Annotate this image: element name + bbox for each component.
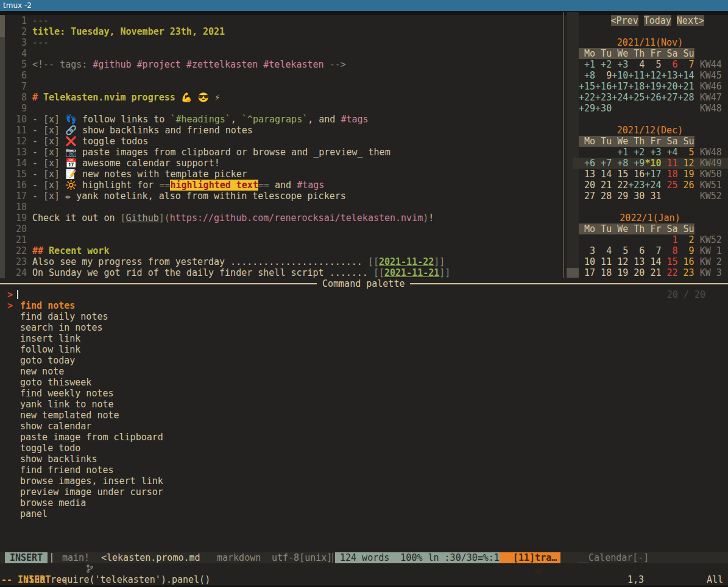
- buffer-line[interactable]: 2title: Tuesday, November 23th, 2021: [5, 26, 560, 37]
- palette-item[interactable]: preview image under cursor: [0, 487, 728, 497]
- calendar-day-cell[interactable]: 15: [612, 169, 628, 180]
- palette-item[interactable]: panel: [0, 508, 728, 519]
- buffer-line[interactable]: 13- [x] 📷 paste images from clipboard or…: [5, 147, 560, 158]
- calendar-day-cell[interactable]: 21: [645, 267, 661, 278]
- calendar-day-cell[interactable]: +1: [579, 59, 595, 70]
- calendar-day-cell[interactable]: 8: [661, 245, 677, 256]
- calendar-day-cell[interactable]: 30: [628, 191, 645, 202]
- palette-item[interactable]: goto today: [0, 355, 728, 366]
- calendar-day-cell[interactable]: 11: [661, 158, 677, 169]
- calendar-day-cell[interactable]: 5: [678, 147, 694, 158]
- buffer-line[interactable]: 7: [5, 81, 560, 92]
- calendar-day-cell[interactable]: 26: [678, 180, 694, 191]
- calendar-day-cell[interactable]: +4: [661, 147, 677, 158]
- calendar-day-cell[interactable]: 7: [678, 59, 694, 70]
- calendar-day-cell[interactable]: +14: [678, 70, 694, 81]
- calendar-day-cell[interactable]: +17: [612, 81, 628, 92]
- palette-item[interactable]: new note: [0, 366, 728, 377]
- calendar-day-cell[interactable]: +1: [612, 147, 628, 158]
- window-titlebar[interactable]: tmux -2: [0, 0, 728, 11]
- calendar-day-cell[interactable]: 16: [678, 256, 694, 267]
- calendar-day-cell[interactable]: 5: [612, 245, 628, 256]
- calendar-day-cell[interactable]: +30: [595, 103, 612, 114]
- calendar-day-cell[interactable]: 22: [661, 267, 677, 278]
- editor-scrollbar[interactable]: [0, 15, 5, 278]
- calendar-prev-button[interactable]: <Prev: [611, 15, 638, 26]
- calendar-day-cell[interactable]: *10: [645, 158, 661, 169]
- calendar-day-cell[interactable]: 9: [678, 245, 694, 256]
- command-line[interactable]: :lua require('telekasten').panel(): [0, 563, 728, 574]
- calendar-day-cell[interactable]: 18: [661, 169, 677, 180]
- palette-item[interactable]: show backlinks: [0, 454, 728, 465]
- buffer-line[interactable]: 18: [5, 202, 560, 213]
- calendar-day-cell[interactable]: 15: [661, 256, 677, 267]
- calendar-day-cell[interactable]: +29: [579, 103, 595, 114]
- calendar-day-cell[interactable]: +11: [628, 70, 645, 81]
- calendar-day-cell[interactable]: 23: [678, 267, 694, 278]
- calendar-day-cell[interactable]: 25: [661, 180, 677, 191]
- palette-item[interactable]: browse media: [0, 497, 728, 508]
- palette-item[interactable]: new templated note: [0, 410, 728, 421]
- calendar-day-cell[interactable]: +24: [612, 92, 628, 103]
- calendar-day-cell[interactable]: 21: [595, 180, 612, 191]
- calendar-day-cell[interactable]: 12: [612, 256, 628, 267]
- palette-item[interactable]: browse images, insert link: [0, 476, 728, 487]
- calendar-day-cell[interactable]: +8: [612, 158, 628, 169]
- calendar-day-cell[interactable]: +17: [645, 169, 661, 180]
- calendar-day-cell[interactable]: +16: [595, 81, 612, 92]
- calendar-today-button[interactable]: Today: [644, 15, 671, 26]
- calendar-day-cell[interactable]: 27: [579, 191, 595, 202]
- calendar-day-cell[interactable]: +26: [645, 92, 661, 103]
- buffer-line[interactable]: 16- [x] 🔆 highlight for ==highlighted te…: [5, 180, 560, 191]
- calendar-day-cell[interactable]: 13: [579, 169, 595, 180]
- window-separator[interactable]: [563, 12, 564, 278]
- palette-item[interactable]: search in notes: [0, 322, 728, 333]
- palette-item[interactable]: find weekly notes: [0, 388, 728, 399]
- calendar-day-cell[interactable]: +27: [661, 92, 677, 103]
- buffer-line[interactable]: 22## Recent work: [5, 245, 560, 256]
- calendar-day-cell[interactable]: 3: [579, 245, 595, 256]
- buffer-line[interactable]: 14- [x] 📅 awesome calendar support!: [5, 158, 560, 169]
- calendar-day-cell[interactable]: 20: [579, 180, 595, 191]
- calendar-day-cell[interactable]: 19: [612, 267, 628, 278]
- buffer-line[interactable]: 4: [5, 48, 560, 59]
- editor-scrollbar-thumb[interactable]: [0, 15, 5, 37]
- calendar-day-cell[interactable]: 14: [645, 256, 661, 267]
- calendar-day-cell[interactable]: 7: [645, 245, 661, 256]
- buffer-line[interactable]: 11- [x] 🔗 show backlinks and friend note…: [5, 125, 560, 136]
- calendar-day-cell[interactable]: +24: [645, 180, 661, 191]
- calendar-day-cell[interactable]: 28: [595, 191, 612, 202]
- calendar-day-cell[interactable]: 14: [595, 169, 612, 180]
- calendar-day-cell[interactable]: +18: [628, 81, 645, 92]
- calendar-day-cell[interactable]: +7: [595, 158, 612, 169]
- calendar-day-cell[interactable]: 6: [628, 245, 645, 256]
- calendar-day-cell[interactable]: 9: [595, 70, 612, 81]
- buffer-line[interactable]: 23Also see my progress from yesterday ..…: [5, 256, 560, 267]
- buffer-line[interactable]: 21: [5, 234, 560, 245]
- calendar-day-cell[interactable]: +19: [645, 81, 661, 92]
- palette-item[interactable]: follow link: [0, 344, 728, 355]
- calendar-day-cell[interactable]: +23: [628, 180, 645, 191]
- calendar-day-cell[interactable]: 12: [678, 158, 694, 169]
- palette-item[interactable]: paste image from clipboard: [0, 432, 728, 443]
- calendar-day-cell[interactable]: 10: [579, 256, 595, 267]
- palette-item[interactable]: show calendar: [0, 421, 728, 432]
- calendar-day-cell[interactable]: 31: [645, 191, 661, 202]
- buffer-line[interactable]: 17- [x] ✏ yank notelink, also from withi…: [5, 191, 560, 202]
- calendar-day-cell[interactable]: +12: [645, 70, 661, 81]
- calendar-day-cell[interactable]: +3: [612, 59, 628, 70]
- buffer-line[interactable]: 19Check it out on [Github](https://githu…: [5, 213, 560, 223]
- calendar-next-button[interactable]: Next>: [677, 15, 704, 26]
- buffer-line[interactable]: 3---: [5, 37, 560, 48]
- calendar-day-cell[interactable]: +3: [645, 147, 661, 158]
- calendar-day-cell[interactable]: +6: [579, 158, 595, 169]
- calendar-day-cell[interactable]: 20: [628, 267, 645, 278]
- calendar-day-cell[interactable]: 6: [661, 59, 677, 70]
- calendar-day-cell[interactable]: +8: [579, 70, 595, 81]
- buffer-line[interactable]: 8# Telekasten.nvim progress 💪 😎 ⚡: [5, 92, 560, 103]
- calendar-day-cell[interactable]: +10: [612, 70, 628, 81]
- calendar-day-cell[interactable]: +21: [678, 81, 694, 92]
- calendar-day-cell[interactable]: +20: [661, 81, 677, 92]
- palette-selected-item[interactable]: > find notes: [0, 300, 728, 311]
- palette-item[interactable]: find friend notes: [0, 465, 728, 476]
